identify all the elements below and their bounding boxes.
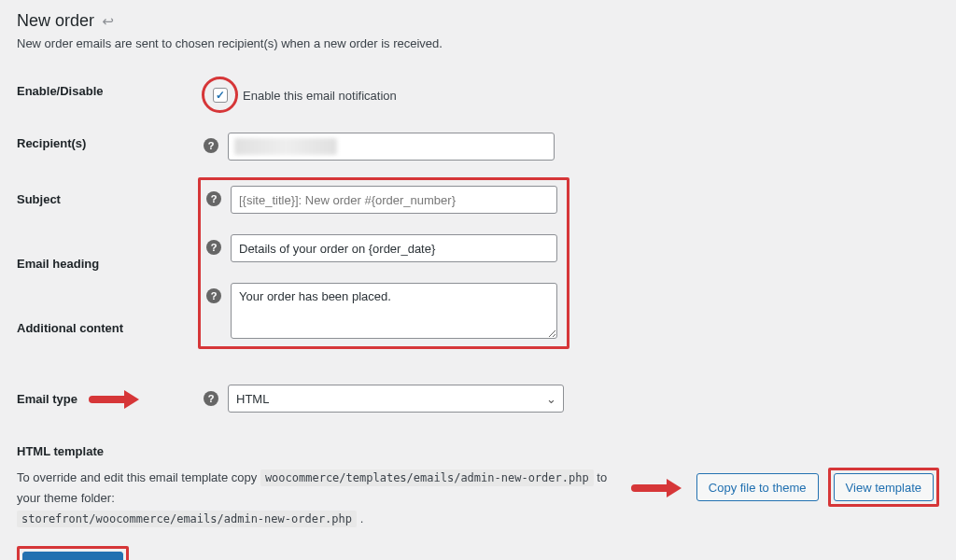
highlight-box-fields: ? ? ? (198, 177, 569, 349)
email-type-select[interactable]: HTML (228, 385, 564, 413)
save-changes-button[interactable]: Save changes (22, 552, 123, 560)
label-email-type: Email type (17, 392, 77, 406)
highlight-circle: ✓ (204, 80, 237, 110)
template-source-path: woocommerce/templates/emails/admin-new-o… (260, 469, 594, 486)
label-subject: Subject (17, 172, 204, 231)
help-icon[interactable]: ? (204, 391, 218, 406)
additional-content-textarea[interactable] (231, 283, 557, 339)
highlight-box-save: Save changes (17, 546, 129, 560)
enable-checkbox-label[interactable]: Enable this email notification (243, 89, 397, 103)
label-html-template: HTML template (17, 444, 939, 458)
page-title: New order ↪ (17, 11, 939, 31)
template-dest-path: storefront/woocommerce/emails/admin-new-… (17, 511, 357, 527)
arrow-icon (89, 389, 145, 408)
help-icon[interactable]: ? (206, 240, 221, 255)
help-icon[interactable]: ? (206, 288, 221, 303)
label-email-heading: Email heading (17, 231, 204, 296)
settings-table: Enable/Disable ✓ Enable this email notif… (17, 69, 939, 424)
recipients-input[interactable] (228, 133, 555, 161)
help-icon[interactable]: ? (206, 191, 221, 206)
arrow-icon (631, 478, 687, 497)
template-description: To override and edit this email template… (17, 468, 612, 529)
back-icon[interactable]: ↪ (102, 13, 114, 30)
help-icon[interactable]: ? (204, 138, 218, 153)
label-additional-content: Additional content (17, 295, 204, 360)
blurred-value (234, 138, 337, 155)
label-enable-disable: Enable/Disable (17, 69, 204, 121)
page-title-text: New order (17, 11, 94, 31)
subject-input[interactable] (231, 186, 557, 214)
enable-checkbox[interactable]: ✓ (213, 88, 228, 103)
copy-file-to-theme-button[interactable]: Copy file to theme (696, 473, 819, 501)
label-recipients: Recipient(s) (17, 121, 204, 172)
page-description: New order emails are sent to chosen reci… (17, 36, 939, 50)
view-template-button[interactable]: View template (834, 473, 934, 501)
highlight-box-view: View template (828, 468, 939, 507)
email-heading-input[interactable] (231, 234, 557, 262)
